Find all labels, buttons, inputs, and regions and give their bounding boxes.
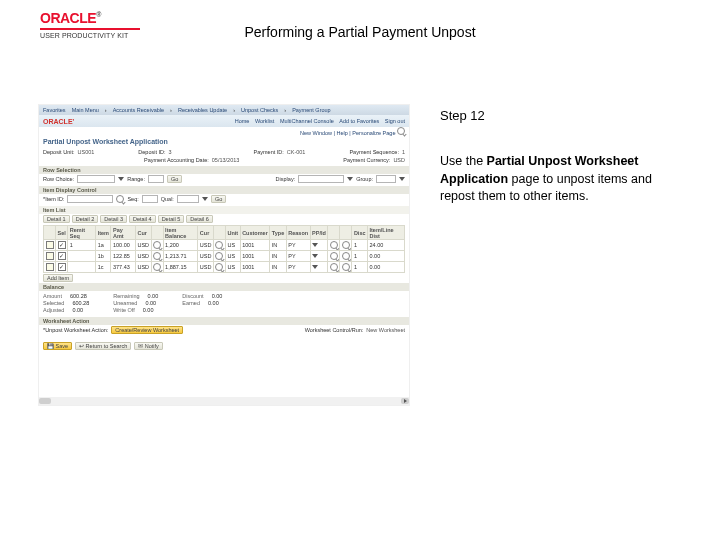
select-checkbox[interactable]: ✓ [58,263,66,271]
tab-detail-5[interactable]: Detail 5 [158,215,185,223]
deposit-id-label: Deposit ID: [138,149,165,155]
item-grid: Sel Remit Seq Item Pay Amt Cur Item Bala… [43,225,405,273]
select-checkbox[interactable]: ✓ [58,252,66,260]
qual-select[interactable] [177,195,199,203]
page-title: Partial Unpost Worksheet Application [39,135,409,148]
writeoff-label: Write Off [113,307,135,313]
document-icon[interactable] [46,252,54,260]
return-button[interactable]: ↩ Return to Search [75,342,131,350]
document-icon[interactable] [46,263,54,271]
lookup-icon[interactable] [153,241,161,249]
tab-detail-3[interactable]: Detail 3 [100,215,127,223]
worksheet-status-label: Worksheet Control/Run: [305,327,364,333]
earned-label: Earned [182,300,200,306]
chevron-down-icon[interactable] [399,177,405,181]
tab-detail-1[interactable]: Detail 1 [43,215,70,223]
lookup-icon[interactable] [215,252,223,260]
link-signout[interactable]: Sign out [385,118,405,124]
chevron-down-icon[interactable] [312,254,318,258]
lookup-icon[interactable] [330,263,338,271]
row-selection-controls: Row Choice: Range: Go Display: Group: [39,174,409,184]
range-input[interactable] [148,175,164,183]
breadcrumb-item[interactable]: Payment Group [292,107,331,113]
tab-detail-2[interactable]: Detail 2 [72,215,99,223]
section-item-display-control: Item Display Control [39,186,409,194]
document-icon[interactable] [46,241,54,249]
acct-date-label: Payment Accounting Date: [144,157,209,163]
seq-label: Seq: [127,196,138,202]
select-checkbox[interactable]: ✓ [58,241,66,249]
adjusted-label: Adjusted [43,307,64,313]
grid-row[interactable]: ✓ 1b 122.85 USD 1,213.71 USD US 1001 IN … [44,251,405,262]
seq-input[interactable] [142,195,158,203]
document-title: Performing a Partial Payment Unpost [0,24,720,40]
grid-header: Sel Remit Seq Item Pay Amt Cur Item Bala… [44,226,405,240]
chevron-down-icon[interactable] [202,197,208,201]
balance-summary: Amount600.28 Selected600.28 Adjusted0.00… [39,291,409,315]
notify-button[interactable]: ✉ Notify [134,342,163,350]
deposit-id-value: 3 [169,149,172,155]
breadcrumb-item[interactable]: Unpost Checks [241,107,278,113]
go-button[interactable]: Go [167,175,182,183]
link-new-window[interactable]: New Window [300,130,332,136]
unearned-value: 0.00 [145,300,156,306]
lookup-icon[interactable] [153,252,161,260]
go-button[interactable]: Go [211,195,226,203]
lookup-icon[interactable] [330,241,338,249]
adjusted-value: 0.00 [72,307,83,313]
link-home[interactable]: Home [235,118,250,124]
app-screenshot: Favorites Main Menu› Accounts Receivable… [38,104,410,406]
writeoff-value: 0.00 [143,307,154,313]
lookup-icon[interactable] [342,263,350,271]
amount-label: Amount [43,293,62,299]
breadcrumb-item[interactable]: Accounts Receivable [113,107,164,113]
scroll-thumb[interactable] [41,398,51,404]
grid-row[interactable]: ✓ 1c 377.43 USD 1,887.15 USD US 1001 IN … [44,262,405,273]
chevron-down-icon[interactable] [312,265,318,269]
earned-value: 0.00 [208,300,219,306]
tab-detail-6[interactable]: Detail 6 [186,215,213,223]
currency-label: Payment Currency: [343,157,390,163]
chevron-down-icon[interactable] [347,177,353,181]
breadcrumb-item[interactable]: Main Menu [72,107,99,113]
chevron-down-icon[interactable] [118,177,124,181]
item-id-input[interactable] [67,195,113,203]
breadcrumb-item[interactable]: Receivables Update [178,107,227,113]
chevron-down-icon[interactable] [312,243,318,247]
link-favorites[interactable]: Add to Favorites [339,118,379,124]
link-help[interactable]: Help [337,130,348,136]
link-console[interactable]: MultiChannel Console [280,118,334,124]
deposit-unit-label: Deposit Unit: [43,149,75,155]
lookup-icon[interactable] [116,195,124,203]
section-worksheet-action: Worksheet Action [39,317,409,325]
group-select[interactable] [376,175,396,183]
item-display-controls: *Item ID: Seq: Qual: Go [39,194,409,204]
footer-buttons: 💾 Save ↩ Return to Search ✉ Notify [39,339,409,353]
horizontal-scrollbar[interactable] [39,397,409,405]
lookup-icon[interactable] [153,263,161,271]
save-button[interactable]: 💾 Save [43,342,72,350]
unearned-label: Unearned [113,300,137,306]
link-worklist[interactable]: Worklist [255,118,274,124]
lookup-icon[interactable] [330,252,338,260]
row-choice-select[interactable] [77,175,115,183]
display-select[interactable] [298,175,344,183]
scroll-right-icon[interactable] [401,398,409,404]
lookup-icon[interactable] [342,252,350,260]
create-review-button[interactable]: Create/Review Worksheet [111,326,183,334]
deposit-unit-value: US001 [78,149,95,155]
grid-row[interactable]: ✓ 1 1a 100.00 USD 1,200 USD US 1001 IN P… [44,240,405,251]
add-item-button[interactable]: Add Item [43,274,73,282]
lookup-icon[interactable] [215,263,223,271]
grid-tabs: Detail 1 Detail 2 Detail 3 Detail 4 Deta… [39,214,409,224]
link-personalize[interactable]: Personalize Page [352,130,395,136]
breadcrumb-item[interactable]: Favorites [43,107,66,113]
range-label: Range: [127,176,145,182]
discount-value: 0.00 [212,293,223,299]
lookup-icon[interactable] [342,241,350,249]
section-item-list: Item List [39,206,409,214]
tab-detail-4[interactable]: Detail 4 [129,215,156,223]
section-balance: Balance [39,283,409,291]
lookup-icon[interactable] [215,241,223,249]
item-id-label: *Item ID: [43,196,64,202]
